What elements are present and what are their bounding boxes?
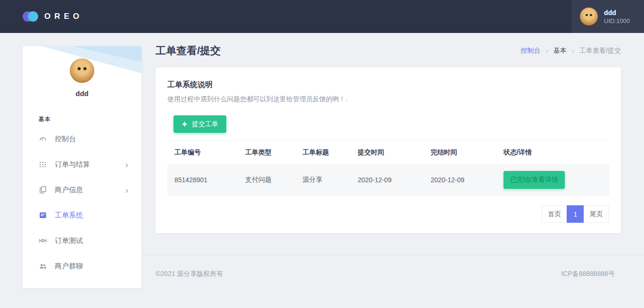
sidebar-item-dashboard[interactable]: 控制台	[23, 126, 141, 152]
cell-ticket-title: 源分享	[296, 165, 351, 195]
sidebar-item-label: 商户群聊	[55, 262, 83, 271]
profile-name: ddd	[23, 89, 141, 97]
cell-complete-time: 2020-12-09	[423, 165, 496, 195]
sidebar-item-order-test[interactable]: 订单测试	[23, 228, 141, 253]
copyright-text: ©2021 源分享版权所有	[156, 270, 223, 278]
sidebar-profile: ddd	[23, 46, 141, 97]
cell-submit-time: 2020-12-09	[351, 165, 424, 195]
breadcrumb-dashboard[interactable]: 控制台	[520, 47, 540, 55]
gauge-icon	[39, 135, 47, 143]
submit-ticket-button[interactable]: 提交工单	[173, 115, 226, 133]
chevron-right-icon: ›	[125, 160, 128, 169]
cell-status: 已完结/查看详情	[496, 165, 609, 195]
sidebar-item-merchant-chat[interactable]: 商户群聊	[23, 253, 141, 279]
submit-ticket-label: 提交工单	[192, 120, 218, 129]
cell-ticket-type: 支付问题	[238, 165, 296, 195]
top-navbar: OREO ddd UID:1000	[0, 0, 644, 33]
ticket-icon	[39, 211, 47, 219]
sidebar: ddd 基本 控制台 订单与结算 ›	[23, 46, 141, 288]
sidebar-item-label: 订单与结算	[55, 160, 90, 169]
table-row: 851428901 支付问题 源分享 2020-12-09 2020-12-09…	[167, 165, 609, 195]
sidebar-item-label: 控制台	[55, 135, 76, 144]
col-submit-time: 提交时间	[351, 141, 424, 165]
plus-icon	[182, 121, 188, 127]
page-footer: ©2021 源分享版权所有 ICP备88888888号	[141, 255, 644, 278]
sidebar-menu: 控制台 订单与结算 › 商户信息 ›	[23, 126, 141, 279]
ticket-card: 工单系统说明 使用过程中遇到什么问题您都可以到这里给管理员反馈的哟！. 提交工单…	[156, 67, 621, 233]
test-icon	[39, 236, 47, 245]
pagination: 首页 1 尾页	[167, 205, 609, 223]
pagination-last-button[interactable]: 尾页	[584, 205, 609, 223]
oreo-logo-icon	[23, 11, 39, 22]
breadcrumb-separator-icon: ›	[572, 47, 574, 55]
col-status-detail: 状态/详情	[496, 141, 609, 165]
card-title: 工单系统说明	[167, 80, 609, 90]
chevron-right-icon: ›	[125, 186, 128, 195]
status-detail-button[interactable]: 已完结/查看详情	[504, 171, 565, 189]
icp-text: ICP备88888888号	[561, 270, 615, 278]
sidebar-section-label: 基本	[39, 115, 141, 123]
cell-ticket-id: 851428901	[167, 165, 238, 195]
table-header-row: 工单编号 工单类型 工单标题 提交时间 完结时间 状态/详情	[167, 141, 609, 165]
ticket-table: 工单编号 工单类型 工单标题 提交时间 完结时间 状态/详情 851428901…	[167, 140, 609, 195]
col-ticket-type: 工单类型	[238, 141, 296, 165]
documents-icon	[39, 186, 47, 194]
breadcrumb: 控制台 › 基本 › 工单查看/提交	[520, 47, 621, 55]
col-complete-time: 完结时间	[423, 141, 496, 165]
col-ticket-id: 工单编号	[167, 141, 238, 165]
col-ticket-title: 工单标题	[296, 141, 351, 165]
user-avatar	[580, 8, 598, 25]
workorder-page: { "navbar": { "brand": "OREO", "user": {…	[0, 0, 644, 308]
page-title: 工单查看/提交	[156, 44, 221, 58]
sidebar-item-label: 商户信息	[55, 186, 83, 195]
sidebar-item-label: 工单系统	[55, 211, 83, 220]
logo-circle-cyan	[28, 11, 38, 22]
sidebar-item-orders-settlement[interactable]: 订单与结算 ›	[23, 152, 141, 177]
grid-icon	[39, 160, 47, 169]
profile-avatar[interactable]	[70, 58, 94, 83]
user-menu[interactable]: ddd UID:1000	[571, 0, 644, 33]
pagination-first-button[interactable]: 首页	[542, 205, 567, 223]
pagination-page-1-button[interactable]: 1	[567, 205, 584, 223]
brand-logo[interactable]: OREO	[23, 11, 83, 22]
breadcrumb-separator-icon: ›	[545, 47, 548, 55]
breadcrumb-basic[interactable]: 基本	[553, 47, 567, 55]
user-uid: UID:1000	[604, 17, 630, 24]
breadcrumb-current: 工单查看/提交	[579, 47, 621, 55]
page-header: 工单查看/提交 控制台 › 基本 › 工单查看/提交	[156, 44, 621, 58]
sidebar-item-label: 订单测试	[55, 236, 83, 245]
card-description: 使用过程中遇到什么问题您都可以到这里给管理员反馈的哟！.	[167, 95, 609, 104]
sidebar-item-merchant-info[interactable]: 商户信息 ›	[23, 177, 141, 203]
user-name: ddd	[604, 9, 630, 16]
sidebar-item-ticket-system[interactable]: 工单系统	[23, 203, 141, 228]
brand-text: OREO	[44, 12, 83, 21]
users-icon	[39, 262, 47, 270]
